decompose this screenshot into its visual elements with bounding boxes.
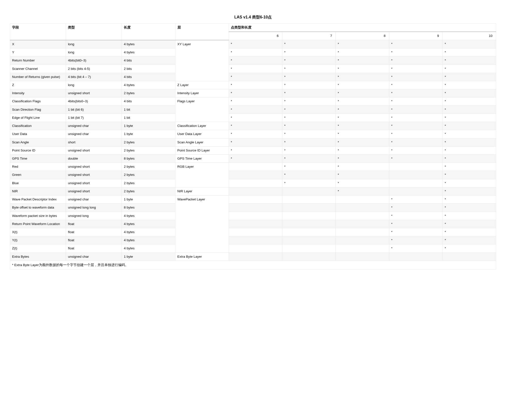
cell-field: Intensity	[10, 89, 66, 97]
cell-type: unsigned char	[66, 130, 122, 138]
cell-point-type: *	[336, 171, 389, 179]
cell-type: float	[66, 236, 122, 244]
cell-point-type: *	[443, 130, 496, 138]
cell-layer: GPS Time Layer	[175, 155, 229, 163]
cell-length: 8 bytes	[122, 204, 175, 212]
cell-field: Classification	[10, 122, 66, 130]
cell-length: 4 bytes	[122, 81, 175, 89]
table-row: Greenunsigned short2 bytes***	[10, 171, 496, 179]
table-row: Edge of Flight Line1 bit (bit 7)1 bit***…	[10, 114, 496, 122]
cell-field: X	[10, 40, 66, 48]
cell-point-type: *	[389, 244, 443, 253]
cell-field: Waveform packet size in bytes	[10, 212, 66, 220]
cell-layer: Scan Angle Layer	[175, 138, 229, 146]
cell-length: 1 bit	[122, 114, 175, 122]
cell-point-type: *	[229, 73, 282, 81]
table-row: Scan Angleshort2 bytesScan Angle Layer**…	[10, 138, 496, 146]
cell-length: 4 bytes	[122, 220, 175, 228]
cell-point-type	[229, 236, 282, 244]
cell-point-type: *	[443, 155, 496, 163]
cell-field: User Data	[10, 130, 66, 138]
cell-point-type	[389, 163, 443, 171]
cell-length: 2 bytes	[122, 89, 175, 97]
cell-type: unsigned short	[66, 179, 122, 187]
cell-point-type	[229, 195, 282, 204]
cell-point-type	[282, 212, 336, 220]
cell-point-type: *	[336, 187, 389, 195]
cell-point-type: *	[282, 40, 336, 48]
cell-point-type: *	[229, 105, 282, 114]
cell-point-type	[229, 187, 282, 195]
cell-point-type	[336, 195, 389, 204]
cell-type: 1 bit (bit 7)	[66, 114, 122, 122]
cell-point-type: *	[229, 81, 282, 89]
cell-length: 4 bits	[122, 73, 175, 81]
cell-point-type: *	[229, 97, 282, 105]
cell-layer: Classification Layer	[175, 122, 229, 130]
cell-point-type: *	[336, 179, 389, 187]
table-row: X(t)float4 bytes**	[10, 228, 496, 236]
cell-point-type: *	[443, 212, 496, 220]
cell-point-type	[336, 204, 389, 212]
cell-point-type: *	[282, 57, 336, 65]
header-row: 字段 类型 长度 层 点类型和长度	[10, 24, 496, 32]
cell-type: unsigned char	[66, 195, 122, 204]
cell-point-type: *	[389, 97, 443, 105]
cell-point-type	[443, 253, 496, 261]
table-row: Point Source IDunsigned short2 bytesPoin…	[10, 146, 496, 154]
cell-point-type: *	[229, 89, 282, 97]
cell-type: long	[66, 48, 122, 57]
cell-point-type: *	[443, 89, 496, 97]
cell-point-type	[336, 236, 389, 244]
table-row: Wave Packet Descriptor Indexunsigned cha…	[10, 195, 496, 204]
cell-point-type	[389, 179, 443, 187]
cell-length: 2 bytes	[122, 138, 175, 146]
table-row: Ylong4 bytes*****	[10, 48, 496, 57]
cell-type: float	[66, 220, 122, 228]
cell-layer: XY Layer	[175, 40, 229, 81]
cell-length: 1 bit	[122, 105, 175, 114]
cell-length: 4 bytes	[122, 244, 175, 253]
cell-type: unsigned short	[66, 146, 122, 154]
header-length: 长度	[122, 24, 175, 40]
cell-field: Edge of Flight Line	[10, 114, 66, 122]
cell-type: unsigned long	[66, 212, 122, 220]
cell-point-type: *	[389, 40, 443, 48]
cell-point-type	[229, 179, 282, 187]
table-row: Xlong4 bytesXY Layer*****	[10, 40, 496, 48]
cell-point-type: *	[443, 114, 496, 122]
cell-point-type: *	[282, 65, 336, 73]
cell-type: unsigned short	[66, 163, 122, 171]
cell-field: Z(t)	[10, 244, 66, 253]
cell-point-type: *	[336, 155, 389, 163]
cell-point-type	[282, 204, 336, 212]
cell-point-type: *	[282, 48, 336, 57]
cell-point-type: *	[389, 195, 443, 204]
cell-point-type	[336, 244, 389, 253]
cell-point-type: *	[336, 138, 389, 146]
cell-point-type: *	[389, 212, 443, 220]
cell-field: Wave Packet Descriptor Index	[10, 195, 66, 204]
cell-field: Classification Flags	[10, 97, 66, 105]
cell-type: unsigned char	[66, 122, 122, 130]
cell-length: 2 bits	[122, 65, 175, 73]
cell-field: Byte offset to waveform data	[10, 204, 66, 212]
cell-point-type: *	[336, 163, 389, 171]
cell-type: unsigned short	[66, 187, 122, 195]
cell-point-type: *	[389, 204, 443, 212]
table-row: Blueunsigned short2 bytes***	[10, 179, 496, 187]
cell-field: Scan Angle	[10, 138, 66, 146]
cell-type: 2 bits (bits 4-5)	[66, 65, 122, 73]
cell-point-type: *	[443, 105, 496, 114]
cell-point-type: *	[443, 187, 496, 195]
cell-field: Return Point Waveform Location	[10, 220, 66, 228]
cell-point-type: *	[282, 97, 336, 105]
cell-length: 8 bytes	[122, 155, 175, 163]
cell-length: 1 byte	[122, 195, 175, 204]
cell-point-type	[336, 253, 389, 261]
cell-point-type: *	[443, 73, 496, 81]
cell-layer: User Data Layer	[175, 130, 229, 138]
cell-layer: Flags Layer	[175, 97, 229, 122]
cell-length: 4 bytes	[122, 236, 175, 244]
cell-field: Z	[10, 81, 66, 89]
